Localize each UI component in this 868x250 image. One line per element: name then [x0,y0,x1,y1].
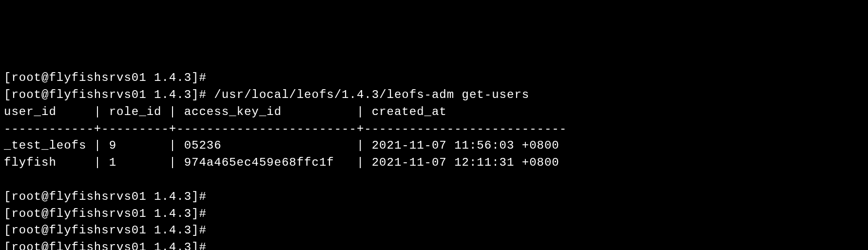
prompt-line: [root@flyfishsrvs01 1.4.3]# [4,189,868,206]
table-row: flyfish | 1 | 974a465ec459e68ffc1f | 202… [4,154,868,172]
blank-line [4,172,868,189]
table-header-line: user_id | role_id | access_key_id | crea… [4,104,868,121]
prompt-line: [root@flyfishsrvs01 1.4.3]# [4,206,868,223]
shell-prompt: [root@flyfishsrvs01 1.4.3]# [4,88,207,101]
shell-prompt: [root@flyfishsrvs01 1.4.3]# [4,207,207,220]
command-line: [root@flyfishsrvs01 1.4.3]# /usr/local/l… [4,87,868,104]
prompt-line: [root@flyfishsrvs01 1.4.3]# [4,222,868,239]
shell-prompt: [root@flyfishsrvs01 1.4.3]# [4,241,207,250]
shell-prompt: [root@flyfishsrvs01 1.4.3]# [4,190,207,203]
table-row: _test_leofs | 9 | 05236 | 2021-11-07 11:… [4,137,868,154]
terminal-window[interactable]: [root@flyfishsrvs01 1.4.3]#[root@flyfish… [4,70,868,250]
prompt-line: [root@flyfishsrvs01 1.4.3]# [4,239,868,250]
command-text: /usr/local/leofs/1.4.3/leofs-adm get-use… [214,88,529,101]
shell-prompt: [root@flyfishsrvs01 1.4.3]# [4,224,207,237]
table-separator-line: ------------+---------+-----------------… [4,121,868,138]
prompt-line: [root@flyfishsrvs01 1.4.3]# [4,70,868,87]
shell-prompt: [root@flyfishsrvs01 1.4.3]# [4,71,207,84]
